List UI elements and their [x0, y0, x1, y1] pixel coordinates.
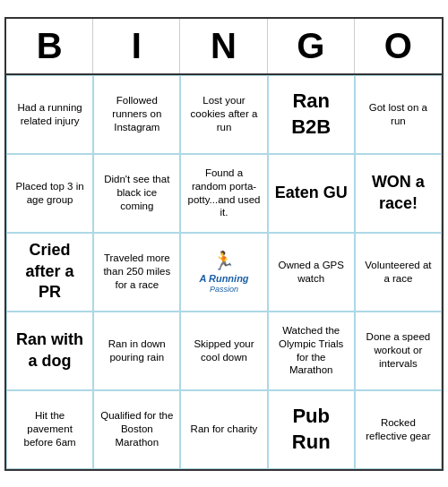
bingo-cell-3[interactable]: Ran B2B [268, 75, 355, 154]
bingo-cell-16[interactable]: Ran in down pouring rain [93, 312, 180, 390]
bingo-cell-18[interactable]: Watched the Olympic Trials for the Marat… [268, 312, 355, 390]
bingo-letter-o: O [355, 19, 442, 73]
running-passion-logo: 🏃A RunningPassion [199, 249, 248, 295]
bingo-cell-20[interactable]: Hit the pavement before 6am [6, 390, 93, 469]
bingo-letter-i: I [93, 19, 180, 73]
bingo-cell-19[interactable]: Done a speed workout or intervals [355, 312, 442, 390]
bingo-grid: Had a running related injuryFollowed run… [6, 75, 442, 469]
bingo-cell-24[interactable]: Rocked reflective gear [355, 390, 442, 469]
bingo-cell-1[interactable]: Followed runners on Instagram [93, 75, 180, 154]
bingo-cell-0[interactable]: Had a running related injury [6, 75, 93, 154]
bingo-letter-n: N [180, 19, 267, 73]
bingo-cell-22[interactable]: Ran for charity [180, 390, 267, 469]
bingo-cell-2[interactable]: Lost your cookies after a run [180, 75, 267, 154]
bingo-cell-21[interactable]: Qualified for the Boston Marathon [93, 390, 180, 469]
bingo-letter-b: B [6, 19, 93, 73]
bingo-cell-4[interactable]: Got lost on a run [355, 75, 442, 154]
bingo-header: BINGO [6, 19, 442, 75]
bingo-cell-10[interactable]: Cried after a PR [6, 233, 93, 312]
bingo-cell-7[interactable]: Found a random porta-potty...and used it… [180, 154, 267, 233]
bingo-cell-13[interactable]: Owned a GPS watch [268, 233, 355, 312]
bingo-cell-17[interactable]: Skipped your cool down [180, 312, 267, 390]
bingo-letter-g: G [268, 19, 355, 73]
bingo-cell-8[interactable]: Eaten GU [268, 154, 355, 233]
bingo-cell-5[interactable]: Placed top 3 in age group [6, 154, 93, 233]
bingo-cell-11[interactable]: Traveled more than 250 miles for a race [93, 233, 180, 312]
bingo-cell-6[interactable]: Didn't see that black ice coming [93, 154, 180, 233]
bingo-cell-9[interactable]: WON a race! [355, 154, 442, 233]
bingo-card: BINGO Had a running related injuryFollow… [4, 17, 444, 471]
bingo-cell-15[interactable]: Ran with a dog [6, 312, 93, 390]
bingo-cell-12[interactable]: 🏃A RunningPassion [180, 233, 267, 312]
bingo-cell-14[interactable]: Volunteered at a race [355, 233, 442, 312]
bingo-cell-23[interactable]: Pub Run [268, 390, 355, 469]
